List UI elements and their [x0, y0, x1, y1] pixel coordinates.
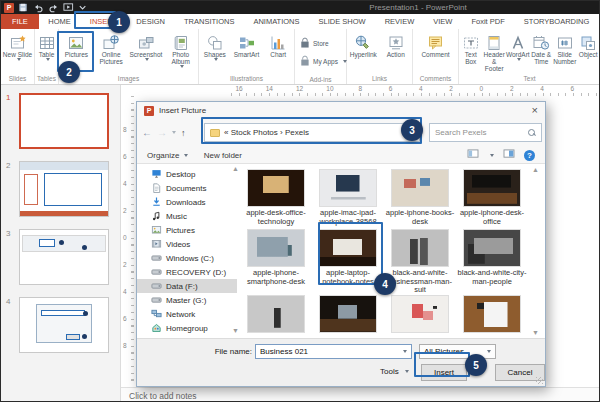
sidebar-item-homegroup[interactable]: Homegroup: [137, 321, 237, 335]
preview-pane-icon[interactable]: [503, 149, 515, 161]
start-slideshow-icon[interactable]: [63, 2, 74, 13]
file-type-filter[interactable]: All Pictures: [419, 344, 496, 359]
tab-animations[interactable]: ANIMATIONS: [244, 14, 309, 29]
file-thumbnail[interactable]: [247, 169, 305, 207]
insert-button[interactable]: Insert: [421, 364, 467, 381]
tab-review[interactable]: REVIEW: [375, 14, 424, 29]
recent-locations-dropdown-icon[interactable]: [172, 131, 176, 134]
save-icon[interactable]: [18, 2, 29, 13]
sidebar-item-recovery-d[interactable]: RECOVERY (D:): [137, 265, 237, 279]
ribbon-button-pictures[interactable]: Pictures: [59, 31, 94, 58]
notes-pane[interactable]: Click to add notes: [121, 387, 599, 402]
file-item-apple-imac-ipad-workplace-38568[interactable]: apple-imac-ipad-workplace-38568: [312, 169, 384, 229]
close-icon[interactable]: ×: [532, 105, 538, 116]
scroll-down-icon[interactable]: ▼: [532, 329, 539, 336]
sidebar-item-data-f[interactable]: Data (F:): [137, 279, 237, 293]
tab-transitions[interactable]: TRANSITIONS: [174, 14, 243, 29]
forward-arrow-icon[interactable]: →: [157, 127, 167, 138]
file-thumbnail[interactable]: [391, 295, 449, 333]
ribbon-button-online-pictures[interactable]: Online Pictures: [94, 31, 129, 65]
tab-design[interactable]: DESIGN: [127, 14, 175, 29]
up-arrow-icon[interactable]: ↑: [181, 128, 186, 138]
ribbon-button-store[interactable]: Store: [299, 37, 346, 49]
file-item-apple-iphone-smartphone-desk[interactable]: apple-iphone-smartphone-desk: [240, 229, 312, 295]
ribbon-button-action[interactable]: Action: [380, 31, 413, 58]
file-name-dropdown-icon[interactable]: [403, 350, 407, 353]
ribbon-button-hyperlink[interactable]: Hyperlink: [347, 31, 380, 58]
file-thumbnail[interactable]: [319, 169, 377, 207]
back-arrow-icon[interactable]: ←: [142, 127, 152, 138]
ribbon-button-shapes[interactable]: Shapes: [199, 31, 231, 61]
file-thumbnail[interactable]: [463, 295, 521, 333]
address-bar[interactable]: « Stock Photos › Pexels: [204, 123, 420, 142]
ribbon-button-slide-number[interactable]: Slide Number: [553, 31, 577, 65]
undo-icon[interactable]: [33, 2, 44, 13]
file-item-apple-iphone-desk-office[interactable]: apple-iphone-desk-office: [456, 169, 528, 229]
sidebar-item-desktop[interactable]: Desktop: [137, 167, 237, 181]
views-dropdown-icon[interactable]: [490, 154, 494, 157]
tab-view[interactable]: VIEW: [424, 14, 462, 29]
help-icon[interactable]: ?: [524, 150, 535, 161]
sidebar-item-network[interactable]: Network: [137, 307, 237, 321]
file-item[interactable]: [384, 295, 456, 340]
ribbon-button-date-time[interactable]: Date & Time: [530, 31, 554, 65]
new-folder-button[interactable]: New folder: [204, 151, 242, 160]
file-list-scrollbar[interactable]: ▲ ▼: [531, 166, 540, 336]
ribbon-button-object[interactable]: Object: [577, 31, 600, 58]
sidebar-item-documents[interactable]: Documents: [137, 181, 237, 195]
ribbon-button-wordart[interactable]: WordArt: [506, 31, 530, 61]
file-name-input[interactable]: Business 021: [255, 344, 412, 359]
tab-storyboarding[interactable]: STORYBOARDING: [514, 14, 599, 29]
file-item[interactable]: [240, 295, 312, 340]
search-icon[interactable]: [528, 129, 536, 137]
file-thumbnail[interactable]: [463, 229, 521, 267]
slide-thumbnail-4[interactable]: [19, 297, 109, 353]
ribbon-button-smartart[interactable]: SmartArt: [231, 31, 263, 58]
redo-icon[interactable]: [48, 2, 59, 13]
file-item-apple-iphone-books-desk[interactable]: apple-iphone-books-desk: [384, 169, 456, 229]
file-thumbnail[interactable]: [391, 229, 449, 267]
search-box[interactable]: Search Pexels: [429, 123, 542, 142]
resize-grip[interactable]: [536, 377, 543, 384]
sidebar-item-music[interactable]: Music: [137, 209, 237, 223]
ribbon-button-photo-album[interactable]: Photo Album: [163, 31, 198, 68]
breadcrumb[interactable]: « Stock Photos › Pexels: [224, 128, 309, 137]
ribbon-button-chart[interactable]: Chart: [262, 31, 294, 58]
slide-thumbnail-3[interactable]: [19, 229, 109, 285]
file-item-apple-desk-office-technology[interactable]: apple-desk-office-technology: [240, 169, 312, 229]
organize-menu[interactable]: Organize: [147, 151, 188, 160]
sidebar-scroll-down-icon[interactable]: ▼: [232, 327, 239, 334]
ribbon-button-screenshot[interactable]: Screenshot: [129, 31, 164, 61]
sidebar-item-windows-c[interactable]: Windows (C:): [137, 251, 237, 265]
ribbon-button-new-slide[interactable]: New Slide: [1, 31, 34, 61]
slide-thumbnail-1[interactable]: [19, 93, 109, 149]
ribbon-button-text-box[interactable]: Text Box: [459, 31, 483, 65]
file-item-black-and-white-city-man-people[interactable]: black-and-white-city-man-people: [456, 229, 528, 295]
sidebar-item-videos[interactable]: Videos: [137, 237, 237, 251]
file-item[interactable]: [312, 295, 384, 340]
file-thumbnail[interactable]: [247, 295, 305, 333]
file-thumbnail[interactable]: [247, 229, 305, 267]
change-view-icon[interactable]: [467, 149, 479, 161]
ribbon-button-header-footer[interactable]: Header & Footer: [483, 31, 507, 72]
file-thumbnail[interactable]: [319, 229, 377, 267]
ribbon-button-table[interactable]: Table: [35, 31, 58, 61]
file-thumbnail[interactable]: [463, 169, 521, 207]
file-thumbnail[interactable]: [391, 169, 449, 207]
file-item[interactable]: [456, 295, 528, 340]
tab-home[interactable]: HOME: [39, 14, 81, 29]
tab-slide-show[interactable]: SLIDE SHOW: [309, 14, 375, 29]
file-thumbnail[interactable]: [319, 295, 377, 333]
ribbon-button-comment[interactable]: Comment: [413, 31, 458, 58]
sidebar-scroll-up-icon[interactable]: ▲: [232, 165, 239, 172]
tab-foxit-pdf[interactable]: Foxit PDF: [462, 14, 514, 29]
sidebar-item-master-g[interactable]: Master (G:): [137, 293, 237, 307]
customize-qat-icon[interactable]: [78, 2, 89, 13]
tools-menu[interactable]: Tools: [380, 367, 409, 376]
sidebar-item-pictures[interactable]: Pictures: [137, 223, 237, 237]
tab-file[interactable]: FILE: [1, 14, 39, 29]
scroll-up-icon[interactable]: ▲: [532, 166, 539, 173]
ribbon-button-my-apps[interactable]: My Apps: [299, 55, 346, 67]
sidebar-item-downloads[interactable]: Downloads: [137, 195, 237, 209]
slide-thumbnail-2[interactable]: [19, 161, 109, 217]
